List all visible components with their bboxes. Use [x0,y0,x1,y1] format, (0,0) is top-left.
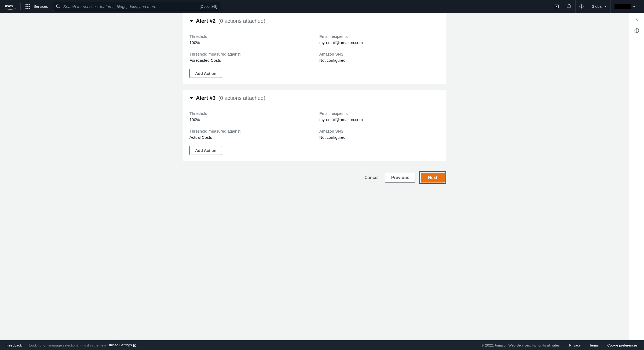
threshold-label: Threshold [189,34,314,39]
svg-point-8 [636,30,637,30]
threshold-value: 100% [189,40,314,45]
chevron-left-icon [634,17,639,22]
unified-settings-text: Unified Settings [108,343,132,347]
global-search[interactable]: [Option+S] [53,2,220,11]
collapse-icon [189,20,193,22]
info-icon [634,28,639,33]
account-name-redacted [614,4,631,9]
email-label: Email recipients [319,34,440,39]
email-value: my-email@amazon.com [319,117,440,122]
email-value: my-email@amazon.com [319,40,440,45]
language-prompt-text: Looking for language selection? Find it … [29,343,106,347]
alert-2-title: Alert #2 [196,18,215,24]
caret-down-icon [604,6,607,7]
threshold-value: 100% [189,117,314,122]
alert-card-2: Alert #2 (0 actions attached) Threshold … [183,13,446,84]
measured-value: Forecasted Costs [189,58,314,63]
language-prompt: Looking for language selection? Find it … [29,343,137,347]
content-column: Alert #2 (0 actions attached) Threshold … [0,13,629,340]
privacy-link[interactable]: Privacy [569,343,581,347]
alert-card-3: Alert #3 (0 actions attached) Threshold … [183,90,446,161]
services-link[interactable]: Services [34,4,48,9]
feedback-link[interactable]: Feedback [6,343,22,347]
add-action-button[interactable]: Add Action [189,69,222,78]
help-icon [579,4,584,9]
alert-3-title: Alert #3 [196,95,215,101]
measured-label: Threshold measured against [189,129,314,133]
measured-label: Threshold measured against [189,52,314,56]
measured-value: Actual Costs [189,135,314,140]
collapse-icon [189,97,193,99]
alert-2-subtitle: (0 actions attached) [218,18,265,24]
help-button[interactable] [575,0,588,13]
cancel-button[interactable]: Cancel [362,173,381,182]
next-highlight: Next [419,171,446,184]
info-panel-button[interactable] [634,28,639,34]
notifications-button[interactable] [563,0,575,13]
collapse-panel-button[interactable] [634,17,639,23]
alert-3-subtitle: (0 actions attached) [218,95,265,101]
search-shortcut: [Option+S] [199,4,217,9]
bottom-bar: Feedback Looking for language selection?… [0,340,644,350]
cloudshell-icon [554,4,559,9]
caret-down-icon [633,6,635,7]
svg-point-5 [581,7,582,8]
wizard-footer: Cancel Previous Next [183,167,446,187]
account-menu[interactable] [610,0,639,13]
aws-logo[interactable]: aws [5,3,16,10]
svg-line-1 [59,7,60,8]
sns-value: Not configured [319,58,440,63]
sns-value: Not configured [319,135,440,140]
alert-3-header[interactable]: Alert #3 (0 actions attached) [183,90,446,106]
region-label: Global [592,4,602,9]
terms-link[interactable]: Terms [589,343,599,347]
next-button[interactable]: Next [421,173,445,183]
cookie-preferences-link[interactable]: Cookie preferences [607,343,638,347]
external-link-icon [133,344,137,347]
unified-settings-link[interactable]: Unified Settings [108,343,137,347]
divider [20,3,21,10]
right-rail [629,13,644,340]
services-grid-icon[interactable] [25,4,30,9]
svg-point-0 [56,5,59,8]
top-nav: aws Services [Option+S] Global [0,0,644,13]
main-area: Alert #2 (0 actions attached) Threshold … [0,13,644,340]
copyright-text: © 2022, Amazon Web Services, Inc. or its… [482,343,561,347]
add-action-button[interactable]: Add Action [189,146,222,155]
email-label: Email recipients [319,111,440,116]
sns-label: Amazon SNS [319,52,440,56]
bell-icon [567,4,572,9]
search-input[interactable] [63,4,197,9]
previous-button[interactable]: Previous [385,173,416,183]
sns-label: Amazon SNS [319,129,440,133]
threshold-label: Threshold [189,111,314,116]
search-icon [56,4,61,9]
alert-2-header[interactable]: Alert #2 (0 actions attached) [183,13,446,29]
region-selector[interactable]: Global [588,0,610,13]
cloudshell-button[interactable] [551,0,563,13]
